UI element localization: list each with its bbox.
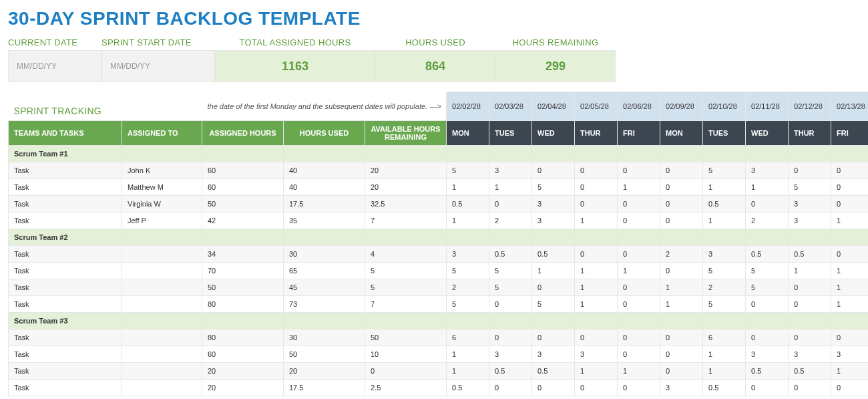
hours-used[interactable]: 65 <box>284 262 365 279</box>
day-val[interactable]: 1 <box>746 178 789 195</box>
hours-used[interactable]: 17.5 <box>284 379 365 396</box>
day-val[interactable]: 3 <box>532 195 575 212</box>
day-val[interactable]: 0 <box>618 346 660 362</box>
day-val[interactable]: 0 <box>831 379 868 396</box>
task-name[interactable]: Task <box>9 195 122 212</box>
day-val[interactable]: 3 <box>532 212 575 229</box>
day-val[interactable]: 1 <box>703 178 746 195</box>
assignee[interactable]: Matthew M <box>122 178 202 195</box>
hours-used[interactable]: 20 <box>284 362 365 379</box>
day-val[interactable]: 5 <box>746 279 789 295</box>
day-val[interactable]: 0 <box>532 162 575 178</box>
assignee[interactable] <box>122 295 202 312</box>
day-val[interactable]: 0 <box>789 295 831 312</box>
assignee[interactable] <box>122 329 202 346</box>
assigned-hours[interactable]: 50 <box>202 195 284 212</box>
day-val[interactable]: 1 <box>575 279 618 295</box>
day-val[interactable]: 5 <box>532 295 575 312</box>
day-val[interactable]: 5 <box>447 295 489 312</box>
task-name[interactable]: Task <box>9 245 122 262</box>
day-val[interactable]: 0 <box>489 295 532 312</box>
day-val[interactable]: 0.5 <box>703 195 746 212</box>
day-val[interactable]: 0 <box>746 329 789 346</box>
day-val[interactable]: 0 <box>660 195 703 212</box>
hours-used[interactable]: 30 <box>284 329 365 346</box>
day-val[interactable]: 2 <box>660 245 703 262</box>
day-val[interactable]: 6 <box>447 329 489 346</box>
day-val[interactable]: 3 <box>489 346 532 362</box>
day-val[interactable]: 0 <box>575 162 618 178</box>
day-val[interactable]: 1 <box>831 262 868 279</box>
day-val[interactable]: 5 <box>746 262 789 279</box>
day-val[interactable]: 3 <box>489 162 532 178</box>
hours-used[interactable]: 45 <box>284 279 365 295</box>
day-val[interactable]: 1 <box>575 295 618 312</box>
hours-remaining[interactable]: 20 <box>365 162 447 178</box>
day-val[interactable]: 3 <box>746 162 789 178</box>
day-val[interactable]: 3 <box>789 346 831 362</box>
day-val[interactable]: 5 <box>532 178 575 195</box>
hours-used[interactable]: 17.5 <box>284 195 365 212</box>
day-val[interactable]: 0.5 <box>532 245 575 262</box>
day-val[interactable]: 3 <box>575 346 618 362</box>
day-val[interactable]: 0 <box>575 245 618 262</box>
assigned-hours[interactable]: 80 <box>202 295 284 312</box>
day-val[interactable]: 0.5 <box>746 362 789 379</box>
task-name[interactable]: Task <box>9 329 122 346</box>
hours-remaining[interactable]: 20 <box>365 178 447 195</box>
day-val[interactable]: 0.5 <box>489 245 532 262</box>
day-val[interactable]: 1 <box>618 178 660 195</box>
assigned-hours[interactable]: 50 <box>202 279 284 295</box>
day-val[interactable]: 3 <box>660 379 703 396</box>
day-val[interactable]: 0 <box>618 279 660 295</box>
hours-remaining[interactable]: 4 <box>365 245 447 262</box>
day-val[interactable]: 0 <box>575 178 618 195</box>
hours-remaining[interactable]: 32.5 <box>365 195 447 212</box>
sprint-start-input[interactable]: MM/DD/YY <box>101 50 215 82</box>
day-val[interactable]: 1 <box>660 279 703 295</box>
hours-remaining[interactable]: 5 <box>365 279 447 295</box>
day-val[interactable]: 5 <box>703 162 746 178</box>
day-val[interactable]: 5 <box>447 262 489 279</box>
day-val[interactable]: 0.5 <box>703 379 746 396</box>
day-val[interactable]: 0 <box>618 379 660 396</box>
assigned-hours[interactable]: 70 <box>202 262 284 279</box>
task-name[interactable]: Task <box>9 362 122 379</box>
task-name[interactable]: Task <box>9 295 122 312</box>
hours-remaining[interactable]: 5 <box>365 262 447 279</box>
day-val[interactable]: 5 <box>489 279 532 295</box>
assigned-hours[interactable]: 60 <box>202 162 284 178</box>
day-val[interactable]: 3 <box>746 346 789 362</box>
day-val[interactable]: 0 <box>789 162 831 178</box>
day-val[interactable]: 0.5 <box>789 245 831 262</box>
current-date-input[interactable]: MM/DD/YY <box>8 50 101 82</box>
day-val[interactable]: 0 <box>831 329 868 346</box>
day-val[interactable]: 0.5 <box>789 362 831 379</box>
day-val[interactable]: 0 <box>789 379 831 396</box>
assignee[interactable] <box>122 245 202 262</box>
day-val[interactable]: 6 <box>703 329 746 346</box>
day-val[interactable]: 2 <box>703 279 746 295</box>
day-val[interactable]: 1 <box>831 212 868 229</box>
day-val[interactable]: 2 <box>489 212 532 229</box>
day-val[interactable]: 3 <box>789 212 831 229</box>
assigned-hours[interactable]: 34 <box>202 245 284 262</box>
assignee[interactable]: Virginia W <box>122 195 202 212</box>
day-val[interactable]: 1 <box>447 346 489 362</box>
day-val[interactable]: 5 <box>489 262 532 279</box>
hours-remaining[interactable]: 7 <box>365 295 447 312</box>
day-val[interactable]: 1 <box>447 362 489 379</box>
day-val[interactable]: 3 <box>831 346 868 362</box>
day-val[interactable]: 0 <box>489 195 532 212</box>
assignee[interactable]: John K <box>122 162 202 178</box>
day-val[interactable]: 0.5 <box>746 245 789 262</box>
day-val[interactable]: 2 <box>746 212 789 229</box>
day-val[interactable]: 0 <box>532 279 575 295</box>
day-val[interactable]: 1 <box>447 178 489 195</box>
day-val[interactable]: 0 <box>660 178 703 195</box>
day-val[interactable]: 3 <box>447 245 489 262</box>
day-val[interactable]: 0 <box>660 362 703 379</box>
day-val[interactable]: 1 <box>618 362 660 379</box>
day-val[interactable]: 0 <box>831 245 868 262</box>
day-val[interactable]: 1 <box>831 295 868 312</box>
